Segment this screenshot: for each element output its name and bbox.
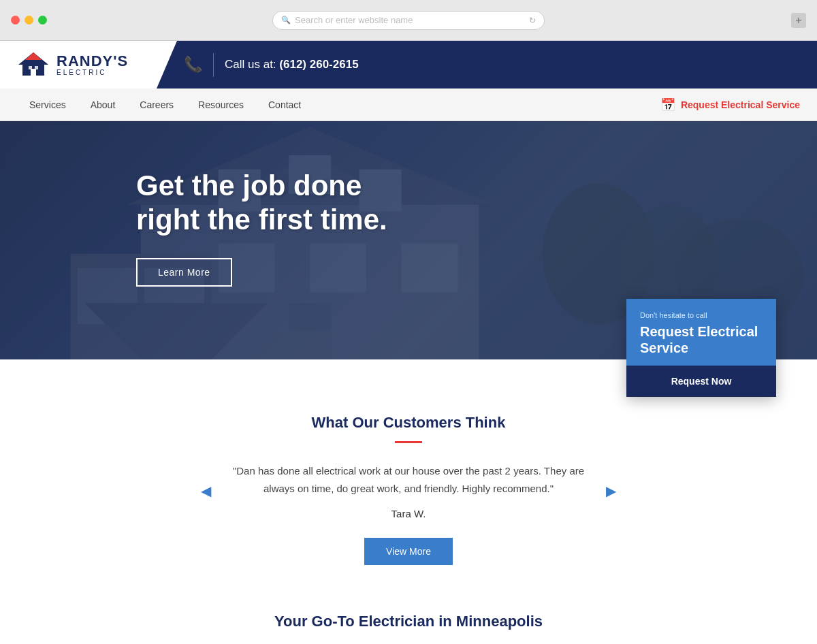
close-dot[interactable] — [11, 16, 20, 25]
learn-more-button[interactable]: Learn More — [136, 258, 232, 287]
hero-wrapper: Get the job done right the first time. L… — [0, 121, 817, 359]
logo-text: RANDY'S ELECTRIC — [57, 54, 128, 76]
address-bar[interactable]: 🔍 Search or enter website name ↻ — [272, 11, 545, 30]
cta-small-text: Don't hesitate to call — [640, 311, 763, 319]
logo-brandname: RANDY'S — [57, 54, 128, 69]
hero-headline: Get the job done right the first time. — [136, 169, 477, 238]
browser-dots — [11, 16, 47, 25]
cta-card: Don't hesitate to call Request Electrica… — [626, 299, 776, 397]
address-placeholder: Search or enter website name — [295, 15, 413, 25]
cta-card-button[interactable]: Request Now — [626, 366, 776, 397]
testimonials-section: What Our Customers Think ◀ "Dan has done… — [170, 400, 647, 592]
testimonial-carousel: ◀ "Dan has done all electrical work at o… — [197, 462, 620, 519]
search-icon: 🔍 — [281, 16, 291, 25]
nav-contact[interactable]: Contact — [256, 90, 313, 120]
call-label: Call us at: (612) 260-2615 — [225, 58, 359, 71]
header-contact-bar: 📞 Call us at: (612) 260-2615 — [157, 41, 817, 88]
view-more-button[interactable]: View More — [364, 538, 453, 565]
logo-area: RANDY'S ELECTRIC — [0, 41, 157, 88]
logo-sub: ELECTRIC — [57, 69, 128, 76]
svg-marker-2 — [25, 52, 42, 60]
nav-about[interactable]: About — [78, 90, 128, 120]
phone-number: (612) 260-2615 — [279, 58, 358, 71]
bottom-section: Your Go-To Electrician in Minneapolis — [14, 592, 803, 644]
logo-icon — [17, 51, 50, 78]
bottom-title: Your Go-To Electrician in Minneapolis — [41, 613, 776, 630]
calendar-icon: 📅 — [660, 97, 675, 112]
svg-rect-4 — [35, 66, 38, 69]
site-nav: Services About Careers Resources Contact… — [0, 88, 817, 121]
main-content: What Our Customers Think ◀ "Dan has done… — [0, 359, 817, 644]
testimonials-title: What Our Customers Think — [197, 414, 620, 432]
cta-card-content: Don't hesitate to call Request Electrica… — [626, 299, 776, 366]
nav-careers[interactable]: Careers — [127, 90, 186, 120]
nav-cta-button[interactable]: 📅 Request Electrical Service — [660, 97, 800, 112]
cta-heading: Request Electrical Service — [640, 323, 763, 356]
refresh-icon[interactable]: ↻ — [529, 16, 536, 25]
nav-services[interactable]: Services — [17, 90, 78, 120]
hero-content: Get the job done right the first time. L… — [0, 121, 817, 287]
header-divider — [213, 53, 214, 77]
svg-rect-3 — [29, 66, 32, 69]
nav-links: Services About Careers Resources Contact — [17, 90, 660, 120]
new-tab-button[interactable]: + — [791, 13, 806, 28]
testimonial-author: Tara W. — [225, 508, 592, 519]
browser-chrome: 🔍 Search or enter website name ↻ + — [0, 0, 817, 41]
section-divider — [395, 441, 422, 443]
minimize-dot[interactable] — [25, 16, 33, 25]
nav-resources[interactable]: Resources — [186, 90, 256, 120]
testimonial-quote: "Dan has done all electrical work at our… — [225, 462, 592, 497]
maximize-dot[interactable] — [38, 16, 47, 25]
carousel-next-button[interactable]: ▶ — [603, 479, 620, 502]
phone-icon: 📞 — [184, 56, 202, 74]
carousel-prev-button[interactable]: ◀ — [197, 479, 214, 502]
website-container: RANDY'S ELECTRIC 📞 Call us at: (612) 260… — [0, 41, 817, 644]
site-header: RANDY'S ELECTRIC 📞 Call us at: (612) 260… — [0, 41, 817, 88]
nav-cta-label: Request Electrical Service — [681, 99, 800, 110]
